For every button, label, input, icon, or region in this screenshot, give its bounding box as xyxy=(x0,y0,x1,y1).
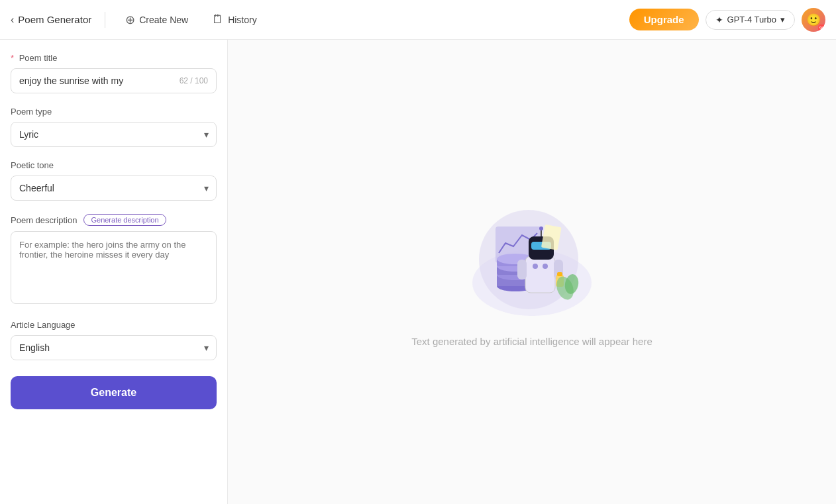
create-new-button[interactable]: ⊕ Create New xyxy=(119,9,195,31)
back-nav-label: Poem Generator xyxy=(18,14,91,25)
poetic-tone-select-wrapper: Cheerful Melancholic Romantic Dramatic H… xyxy=(11,176,217,201)
poem-type-select[interactable]: Lyric Sonnet Haiku Free Verse Ballad xyxy=(11,122,217,147)
svg-rect-18 xyxy=(557,272,562,276)
header-right: Upgrade ✦ GPT-4 Turbo ▾ 🙂 % xyxy=(629,8,825,32)
svg-rect-15 xyxy=(517,260,527,279)
header-divider xyxy=(105,12,105,28)
poem-desc-label: Poem description xyxy=(11,215,77,225)
poem-title-char-count: 62 / 100 xyxy=(180,76,208,85)
poem-title-group: * Poem title 62 / 100 xyxy=(11,53,217,93)
svg-point-14 xyxy=(539,227,543,230)
poem-type-group: Poem type Lyric Sonnet Haiku Free Verse … xyxy=(11,107,217,147)
create-new-label: Create New xyxy=(139,15,188,25)
svg-point-19 xyxy=(533,264,538,269)
poem-desc-label-row: Poem description Generate description xyxy=(11,214,217,226)
gpt-label: GPT-4 Turbo xyxy=(727,15,776,25)
poem-type-select-wrapper: Lyric Sonnet Haiku Free Verse Ballad ▾ xyxy=(11,122,217,147)
poetic-tone-select[interactable]: Cheerful Melancholic Romantic Dramatic H… xyxy=(11,176,217,201)
generate-button[interactable]: Generate xyxy=(11,376,217,409)
main-layout: * Poem title 62 / 100 Poem type Lyric So… xyxy=(0,40,836,504)
placeholder-area: Text generated by artificial intelligenc… xyxy=(411,197,653,347)
history-label: History xyxy=(228,15,257,25)
header: ‹ Poem Generator ⊕ Create New 🗒 History … xyxy=(0,0,836,40)
header-left: ‹ Poem Generator ⊕ Create New 🗒 History xyxy=(11,9,629,31)
gpt-selector-button[interactable]: ✦ GPT-4 Turbo ▾ xyxy=(705,10,795,30)
content-area: Text generated by artificial intelligenc… xyxy=(228,40,836,504)
upgrade-button[interactable]: Upgrade xyxy=(629,9,699,30)
poem-title-input-wrapper[interactable]: 62 / 100 xyxy=(11,68,217,93)
svg-rect-10 xyxy=(525,256,555,293)
article-language-label: Article Language xyxy=(11,320,217,330)
history-button[interactable]: 🗒 History xyxy=(205,9,264,30)
sidebar: * Poem title 62 / 100 Poem type Lyric So… xyxy=(0,40,228,504)
article-language-select[interactable]: English Spanish French German Chinese xyxy=(11,335,217,360)
placeholder-text: Text generated by artificial intelligenc… xyxy=(411,336,653,347)
create-new-icon: ⊕ xyxy=(125,13,135,27)
back-arrow-icon: ‹ xyxy=(11,14,14,26)
poetic-tone-group: Poetic tone Cheerful Melancholic Romanti… xyxy=(11,160,217,201)
avatar-badge: % xyxy=(818,25,825,32)
poem-desc-textarea[interactable] xyxy=(11,231,217,304)
gpt-chevron-icon: ▾ xyxy=(780,15,785,25)
back-nav[interactable]: ‹ Poem Generator xyxy=(11,14,91,26)
article-language-group: Article Language English Spanish French … xyxy=(11,320,217,360)
gpt-icon: ✦ xyxy=(715,15,723,25)
poem-desc-group: Poem description Generate description xyxy=(11,214,217,307)
article-language-select-wrapper: English Spanish French German Chinese ▾ xyxy=(11,335,217,360)
history-icon: 🗒 xyxy=(212,13,224,26)
generate-description-button[interactable]: Generate description xyxy=(83,214,166,226)
poem-title-input[interactable] xyxy=(19,76,180,86)
poetic-tone-label: Poetic tone xyxy=(11,160,217,170)
svg-point-20 xyxy=(543,264,548,269)
robot-illustration xyxy=(459,197,605,316)
poem-type-label: Poem type xyxy=(11,107,217,117)
required-star: * xyxy=(11,53,14,63)
poem-title-label: * Poem title xyxy=(11,53,217,63)
avatar[interactable]: 🙂 % xyxy=(802,8,825,32)
